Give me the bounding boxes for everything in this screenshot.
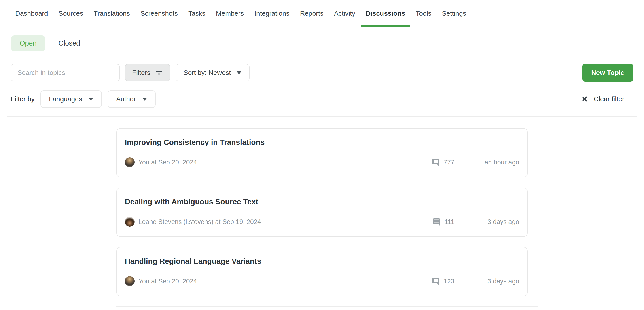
nav-item-settings[interactable]: Settings (442, 0, 466, 26)
topic-meta: You at Sep 20, 2024 777 an hour ago (125, 157, 519, 167)
close-icon (581, 95, 588, 103)
tab-open[interactable]: Open (11, 35, 45, 51)
sort-dropdown-label: Sort by: Newest (184, 69, 231, 76)
nav-item-discussions[interactable]: Discussions (366, 0, 405, 26)
nav-item-screenshots[interactable]: Screenshots (140, 0, 178, 26)
languages-dropdown[interactable]: Languages (40, 90, 102, 108)
status-tabs: Open Closed (0, 35, 644, 51)
filter-lines-icon (155, 69, 163, 76)
topic-meta: Leane Stevens (l.stevens) at Sep 19, 202… (125, 217, 519, 227)
chevron-down-icon (142, 98, 147, 101)
filters-button[interactable]: Filters (125, 64, 170, 81)
author-avatar (125, 157, 134, 167)
topic-meta: You at Sep 20, 2024 123 3 days ago (125, 276, 519, 286)
author-dropdown[interactable]: Author (108, 90, 156, 108)
topic-card[interactable]: Dealing with Ambiguous Source Text Leane… (116, 188, 528, 237)
comment-count: 123 (444, 278, 454, 285)
topic-time: 3 days ago (454, 278, 519, 285)
topic-title[interactable]: Improving Consistency in Translations (125, 138, 519, 147)
author-dropdown-label: Author (116, 95, 136, 103)
topic-title[interactable]: Dealing with Ambiguous Source Text (125, 197, 519, 206)
list-bottom-divider (116, 307, 538, 307)
topic-time: an hour ago (454, 159, 519, 166)
comment-bubble-icon (433, 218, 441, 226)
comments-group: 123 (432, 277, 454, 286)
topics-list: Improving Consistency in Translations Yo… (116, 128, 528, 310)
filters-button-label: Filters (132, 69, 150, 76)
sort-dropdown[interactable]: Sort by: Newest (176, 64, 250, 81)
top-navigation: Dashboard Sources Translations Screensho… (0, 0, 644, 27)
comment-bubble-icon (432, 158, 440, 167)
nav-item-dashboard[interactable]: Dashboard (15, 0, 48, 26)
nav-item-activity[interactable]: Activity (334, 0, 355, 26)
comment-bubble-icon (432, 277, 440, 286)
languages-dropdown-label: Languages (49, 95, 82, 103)
filter-section-divider (7, 116, 637, 117)
tab-closed[interactable]: Closed (58, 39, 80, 47)
comments-group: 111 (433, 218, 454, 226)
nav-item-tasks[interactable]: Tasks (188, 0, 206, 26)
nav-item-sources[interactable]: Sources (58, 0, 83, 26)
topic-card[interactable]: Improving Consistency in Translations Yo… (116, 128, 528, 177)
search-input[interactable] (11, 64, 120, 81)
clear-filter-button[interactable]: Clear filter (581, 95, 624, 103)
topics-toolbar: Filters Sort by: Newest New Topic (0, 64, 644, 82)
filter-bar: Filter by Languages Author Clear filter (0, 90, 644, 108)
new-topic-button[interactable]: New Topic (582, 64, 633, 82)
chevron-down-icon (236, 71, 242, 74)
topic-card[interactable]: Handling Regional Language Variants You … (116, 247, 528, 296)
topic-author-line: You at Sep 20, 2024 (138, 159, 197, 166)
comment-count: 777 (444, 159, 454, 166)
nav-item-reports[interactable]: Reports (300, 0, 323, 26)
author-avatar (125, 276, 134, 286)
comments-group: 777 (432, 158, 454, 167)
topic-time: 3 days ago (454, 218, 519, 226)
author-avatar (125, 217, 134, 227)
chevron-down-icon (88, 98, 93, 101)
topic-author-line: You at Sep 20, 2024 (138, 278, 197, 285)
clear-filter-label: Clear filter (594, 95, 624, 103)
nav-item-translations[interactable]: Translations (94, 0, 130, 26)
nav-item-members[interactable]: Members (216, 0, 244, 26)
comment-count: 111 (444, 218, 454, 226)
topic-author-line: Leane Stevens (l.stevens) at Sep 19, 202… (138, 218, 261, 226)
nav-item-tools[interactable]: Tools (416, 0, 431, 26)
filter-by-label: Filter by (11, 95, 35, 103)
nav-item-integrations[interactable]: Integrations (254, 0, 290, 26)
topic-title[interactable]: Handling Regional Language Variants (125, 257, 519, 266)
